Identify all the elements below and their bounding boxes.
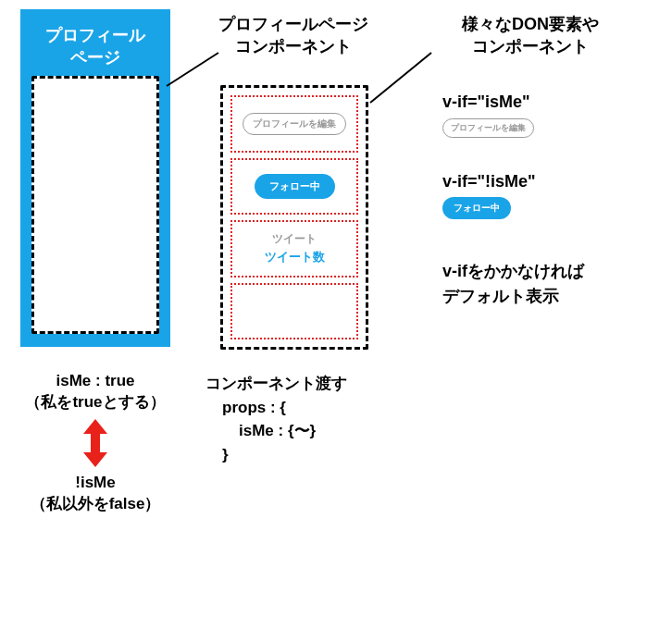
isme-true-caption: isMe : true （私をtrueとする） (20, 371, 170, 413)
tweet-count: ツイート数 (265, 249, 325, 265)
col3-title-line1: 様々なDON要素や (462, 15, 599, 33)
ex3-line2: デフォルト表示 (442, 287, 559, 305)
connector-line-2 (368, 51, 433, 106)
props-line1: コンポーネント渡す (205, 375, 347, 392)
props-line3: isMe : {〜} (205, 419, 347, 443)
col2-title-line2: コンポーネント (235, 37, 352, 56)
col2-title: プロフィールページ コンポーネント (196, 13, 391, 58)
svg-line-2 (370, 53, 431, 103)
bottom-line2: （私以外をfalse） (31, 495, 161, 512)
profile-page-inner-placeholder (31, 76, 159, 334)
component-cell-follow: フォロー中 (230, 158, 358, 216)
col2-caption: コンポーネント渡す props : { isMe : {〜} } (205, 372, 347, 466)
ex2-label: v-if="!isMe" (442, 172, 536, 191)
component-cell-empty (230, 283, 358, 340)
title-line1: プロフィール (45, 26, 145, 44)
caption-line2: （私をtrueとする） (25, 393, 165, 411)
profile-page-box: プロフィール ページ (20, 9, 170, 347)
not-isme-caption: !isMe （私以外をfalse） (20, 473, 170, 515)
ex1-edit-profile-pill: プロフィールを編集 (442, 118, 534, 138)
profile-page-title: プロフィール ページ (20, 24, 170, 69)
bottom-line1: !isMe (75, 474, 115, 491)
col3-title: 様々なDON要素や コンポーネント (415, 13, 646, 58)
title-line2: ページ (70, 48, 120, 67)
ex2-following-pill: フォロー中 (442, 197, 511, 219)
ex3-line1: v-ifをかかなければ (442, 262, 584, 280)
double-arrow-icon (83, 419, 107, 467)
double-arrow-wrap (20, 419, 170, 471)
props-line4: } (205, 443, 347, 467)
component-cell-edit: プロフィールを編集 (230, 95, 358, 153)
following-pill: フォロー中 (255, 174, 335, 199)
example-vif-not-isme: v-if="!isMe" フォロー中 (442, 172, 536, 219)
example-default: v-ifをかかなければ デフォルト表示 (442, 259, 584, 309)
ex1-label: v-if="isMe" (442, 92, 534, 112)
svg-marker-0 (83, 419, 107, 467)
component-outer-box: プロフィールを編集 フォロー中 ツイート ツイート数 (220, 85, 368, 350)
col3-title-line2: コンポーネント (472, 37, 589, 56)
component-cell-tweets: ツイート ツイート数 (230, 220, 358, 278)
col2-title-line1: プロフィールページ (218, 15, 368, 33)
edit-profile-pill: プロフィールを編集 (243, 113, 346, 135)
caption-line1: isMe : true (56, 372, 134, 389)
tweet-label: ツイート (272, 231, 317, 247)
example-vif-isme: v-if="isMe" プロフィールを編集 (442, 92, 534, 138)
props-line2: props : { (205, 396, 347, 420)
col1: プロフィール ページ isMe : true （私をtrueとする） !isMe… (20, 9, 170, 515)
